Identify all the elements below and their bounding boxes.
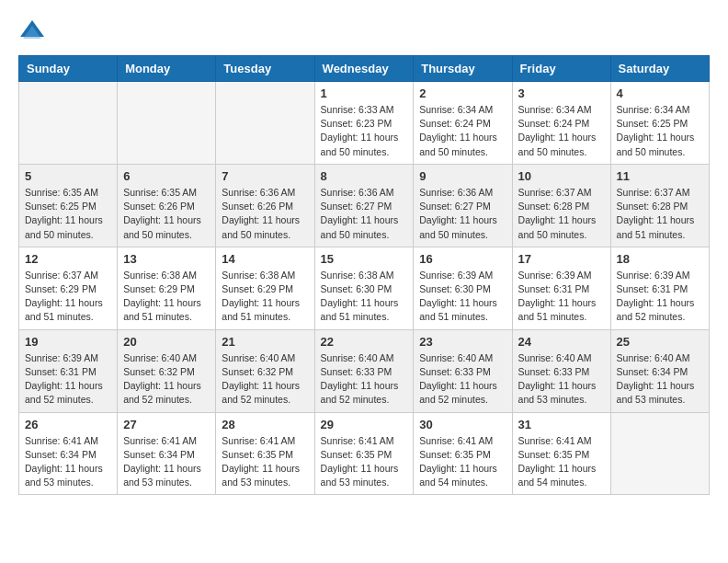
calendar-week-3: 12Sunrise: 6:37 AM Sunset: 6:29 PM Dayli… <box>19 247 710 329</box>
calendar-cell: 21Sunrise: 6:40 AM Sunset: 6:32 PM Dayli… <box>216 329 314 412</box>
calendar-cell: 25Sunrise: 6:40 AM Sunset: 6:34 PM Dayli… <box>610 329 709 412</box>
calendar-cell: 13Sunrise: 6:38 AM Sunset: 6:29 PM Dayli… <box>118 247 216 329</box>
calendar-cell: 12Sunrise: 6:37 AM Sunset: 6:29 PM Dayli… <box>19 247 118 329</box>
day-number: 16 <box>419 252 506 266</box>
calendar-cell: 26Sunrise: 6:41 AM Sunset: 6:34 PM Dayli… <box>19 412 118 495</box>
col-header-tuesday: Tuesday <box>216 56 314 82</box>
day-info: Sunrise: 6:40 AM Sunset: 6:34 PM Dayligh… <box>617 351 703 408</box>
day-info: Sunrise: 6:40 AM Sunset: 6:32 PM Dayligh… <box>222 351 308 408</box>
calendar-cell: 5Sunrise: 6:35 AM Sunset: 6:25 PM Daylig… <box>19 164 118 247</box>
calendar-cell: 11Sunrise: 6:37 AM Sunset: 6:28 PM Dayli… <box>610 164 709 247</box>
calendar-cell: 19Sunrise: 6:39 AM Sunset: 6:31 PM Dayli… <box>19 329 118 412</box>
col-header-thursday: Thursday <box>414 56 512 82</box>
day-number: 26 <box>25 418 111 431</box>
calendar-cell: 24Sunrise: 6:40 AM Sunset: 6:33 PM Dayli… <box>512 329 610 412</box>
day-info: Sunrise: 6:37 AM Sunset: 6:29 PM Dayligh… <box>25 269 111 325</box>
calendar-cell: 6Sunrise: 6:35 AM Sunset: 6:26 PM Daylig… <box>118 164 216 247</box>
day-number: 5 <box>25 169 111 183</box>
calendar-cell: 22Sunrise: 6:40 AM Sunset: 6:33 PM Dayli… <box>314 329 414 412</box>
day-number: 20 <box>123 335 210 349</box>
day-number: 29 <box>321 418 408 431</box>
day-number: 11 <box>617 169 703 183</box>
logo-icon <box>18 18 46 46</box>
day-number: 23 <box>419 335 506 349</box>
day-number: 31 <box>518 418 605 431</box>
day-number: 10 <box>518 169 605 183</box>
calendar-cell: 4Sunrise: 6:34 AM Sunset: 6:25 PM Daylig… <box>610 82 709 165</box>
calendar-week-4: 19Sunrise: 6:39 AM Sunset: 6:31 PM Dayli… <box>19 329 710 412</box>
col-header-saturday: Saturday <box>610 56 709 82</box>
calendar-week-2: 5Sunrise: 6:35 AM Sunset: 6:25 PM Daylig… <box>19 164 710 247</box>
col-header-wednesday: Wednesday <box>314 56 414 82</box>
calendar-cell <box>118 82 216 165</box>
day-number: 13 <box>123 252 210 266</box>
calendar-cell: 31Sunrise: 6:41 AM Sunset: 6:35 PM Dayli… <box>512 412 610 495</box>
day-info: Sunrise: 6:41 AM Sunset: 6:34 PM Dayligh… <box>25 434 111 490</box>
calendar-week-1: 1Sunrise: 6:33 AM Sunset: 6:23 PM Daylig… <box>19 82 710 165</box>
day-info: Sunrise: 6:40 AM Sunset: 6:32 PM Dayligh… <box>123 351 210 408</box>
day-number: 8 <box>321 169 408 183</box>
calendar-cell: 1Sunrise: 6:33 AM Sunset: 6:23 PM Daylig… <box>314 82 414 165</box>
calendar-cell: 3Sunrise: 6:34 AM Sunset: 6:24 PM Daylig… <box>512 82 610 165</box>
calendar-cell: 27Sunrise: 6:41 AM Sunset: 6:34 PM Dayli… <box>118 412 216 495</box>
calendar-cell: 7Sunrise: 6:36 AM Sunset: 6:26 PM Daylig… <box>216 164 314 247</box>
calendar-cell: 17Sunrise: 6:39 AM Sunset: 6:31 PM Dayli… <box>512 247 610 329</box>
col-header-sunday: Sunday <box>19 56 118 82</box>
calendar-cell <box>216 82 314 165</box>
calendar-cell: 23Sunrise: 6:40 AM Sunset: 6:33 PM Dayli… <box>414 329 512 412</box>
day-number: 4 <box>617 86 703 100</box>
day-number: 15 <box>321 252 408 266</box>
calendar-cell: 15Sunrise: 6:38 AM Sunset: 6:30 PM Dayli… <box>314 247 414 329</box>
calendar-cell: 8Sunrise: 6:36 AM Sunset: 6:27 PM Daylig… <box>314 164 414 247</box>
day-number: 14 <box>222 252 308 266</box>
day-info: Sunrise: 6:41 AM Sunset: 6:35 PM Dayligh… <box>518 434 605 490</box>
calendar-table: SundayMondayTuesdayWednesdayThursdayFrid… <box>18 55 710 495</box>
day-number: 21 <box>222 335 308 349</box>
day-number: 19 <box>25 335 111 349</box>
header-row: SundayMondayTuesdayWednesdayThursdayFrid… <box>19 56 710 82</box>
calendar-cell: 29Sunrise: 6:41 AM Sunset: 6:35 PM Dayli… <box>314 412 414 495</box>
day-number: 2 <box>419 86 506 100</box>
day-number: 28 <box>222 418 308 431</box>
day-info: Sunrise: 6:38 AM Sunset: 6:30 PM Dayligh… <box>321 269 408 325</box>
day-number: 24 <box>518 335 605 349</box>
day-number: 30 <box>419 418 506 431</box>
day-info: Sunrise: 6:41 AM Sunset: 6:35 PM Dayligh… <box>419 434 506 490</box>
col-header-friday: Friday <box>512 56 610 82</box>
day-number: 18 <box>617 252 703 266</box>
day-number: 3 <box>518 86 605 100</box>
calendar-cell <box>610 412 709 495</box>
day-info: Sunrise: 6:33 AM Sunset: 6:23 PM Dayligh… <box>321 103 408 159</box>
day-info: Sunrise: 6:41 AM Sunset: 6:35 PM Dayligh… <box>222 434 308 490</box>
day-info: Sunrise: 6:41 AM Sunset: 6:34 PM Dayligh… <box>123 434 210 490</box>
day-info: Sunrise: 6:40 AM Sunset: 6:33 PM Dayligh… <box>419 351 506 408</box>
calendar-cell: 9Sunrise: 6:36 AM Sunset: 6:27 PM Daylig… <box>414 164 512 247</box>
day-info: Sunrise: 6:39 AM Sunset: 6:30 PM Dayligh… <box>419 269 506 325</box>
day-info: Sunrise: 6:40 AM Sunset: 6:33 PM Dayligh… <box>518 351 605 408</box>
calendar-cell: 28Sunrise: 6:41 AM Sunset: 6:35 PM Dayli… <box>216 412 314 495</box>
day-info: Sunrise: 6:36 AM Sunset: 6:27 PM Dayligh… <box>321 186 408 242</box>
day-number: 17 <box>518 252 605 266</box>
calendar-cell: 14Sunrise: 6:38 AM Sunset: 6:29 PM Dayli… <box>216 247 314 329</box>
day-info: Sunrise: 6:35 AM Sunset: 6:25 PM Dayligh… <box>25 186 111 242</box>
day-info: Sunrise: 6:39 AM Sunset: 6:31 PM Dayligh… <box>617 269 703 325</box>
day-info: Sunrise: 6:40 AM Sunset: 6:33 PM Dayligh… <box>321 351 408 408</box>
calendar-cell: 20Sunrise: 6:40 AM Sunset: 6:32 PM Dayli… <box>118 329 216 412</box>
calendar-cell: 16Sunrise: 6:39 AM Sunset: 6:30 PM Dayli… <box>414 247 512 329</box>
day-number: 6 <box>123 169 210 183</box>
day-info: Sunrise: 6:37 AM Sunset: 6:28 PM Dayligh… <box>617 186 703 242</box>
col-header-monday: Monday <box>118 56 216 82</box>
day-number: 27 <box>123 418 210 431</box>
calendar-cell: 30Sunrise: 6:41 AM Sunset: 6:35 PM Dayli… <box>414 412 512 495</box>
logo <box>18 18 50 46</box>
day-number: 7 <box>222 169 308 183</box>
calendar-week-5: 26Sunrise: 6:41 AM Sunset: 6:34 PM Dayli… <box>19 412 710 495</box>
day-info: Sunrise: 6:34 AM Sunset: 6:24 PM Dayligh… <box>419 103 506 159</box>
day-info: Sunrise: 6:38 AM Sunset: 6:29 PM Dayligh… <box>222 269 308 325</box>
day-info: Sunrise: 6:34 AM Sunset: 6:24 PM Dayligh… <box>518 103 605 159</box>
calendar-cell <box>19 82 118 165</box>
day-number: 9 <box>419 169 506 183</box>
page-header <box>18 18 710 46</box>
day-info: Sunrise: 6:41 AM Sunset: 6:35 PM Dayligh… <box>321 434 408 490</box>
day-info: Sunrise: 6:36 AM Sunset: 6:27 PM Dayligh… <box>419 186 506 242</box>
